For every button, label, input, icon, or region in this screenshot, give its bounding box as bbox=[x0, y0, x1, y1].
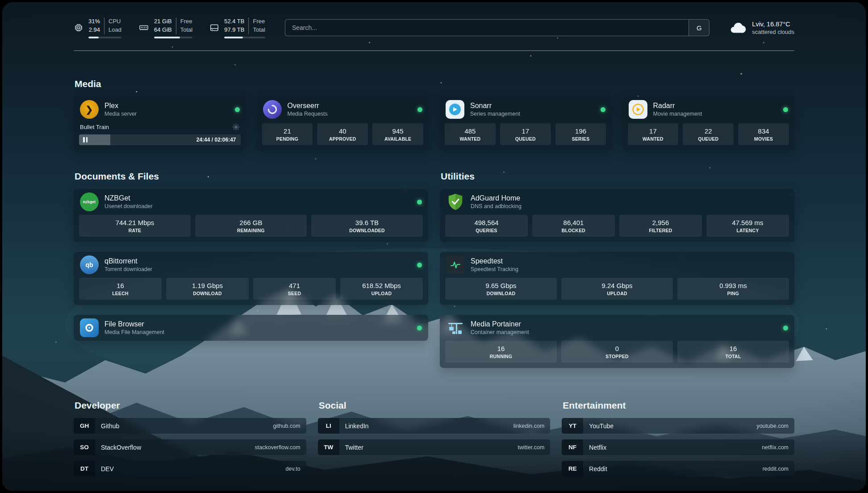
qbittorrent-card[interactable]: qb qBittorrent Torrent downloader 16 bbox=[74, 252, 428, 305]
stat-label: RUNNING bbox=[446, 354, 556, 359]
bookmark-twitter[interactable]: TW Twitter twitter.com bbox=[318, 439, 551, 455]
bookmark-youtube[interactable]: YT YouTube youtube.com bbox=[562, 418, 794, 434]
status-dot bbox=[417, 263, 422, 267]
adguard-card[interactable]: AdGuard Home DNS and adblocking 498,564 … bbox=[440, 189, 794, 242]
search-input[interactable] bbox=[285, 20, 689, 36]
overseerr-icon bbox=[263, 100, 282, 119]
nzbget-icon-text: nzbget bbox=[83, 200, 96, 204]
gear-icon[interactable] bbox=[232, 123, 240, 131]
bookmark-netflix[interactable]: NF Netflix netflix.com bbox=[562, 439, 794, 455]
pause-icon[interactable] bbox=[83, 137, 88, 142]
bookmark-linkedin[interactable]: LI LinkedIn linkedin.com bbox=[318, 418, 551, 434]
utilities-section: Utilities bbox=[440, 171, 794, 368]
stat-queued: 17 QUEUED bbox=[500, 123, 551, 145]
filebrowser-card-header: File Browser Media File Management bbox=[74, 315, 428, 341]
memory-widget: 21 GiB 64 GiB Free Total bbox=[138, 17, 192, 38]
cpu-percent: 31% bbox=[88, 17, 100, 26]
disk-free-value: 52.4 TB bbox=[224, 17, 244, 26]
service-subtitle: Media Requests bbox=[288, 111, 328, 117]
bookmarks-social: Social LI LinkedIn linkedin.com TW Twitt… bbox=[318, 400, 551, 461]
bookmark-url: github.com bbox=[273, 423, 306, 429]
bookmark-name: YouTube bbox=[589, 422, 613, 430]
service-subtitle: Usenet downloader bbox=[104, 203, 153, 209]
memory-stat-text: 21 GiB 64 GiB Free Total bbox=[154, 17, 192, 34]
overseerr-card[interactable]: Overseerr Media Requests 21 PENDING 40 A… bbox=[257, 96, 429, 150]
media-section: Media ❯ Plex Media server bbox=[74, 79, 794, 150]
bookmark-abbr: RE bbox=[562, 461, 583, 476]
plex-card[interactable]: ❯ Plex Media server Bullet Train bbox=[74, 96, 246, 150]
radarr-card[interactable]: Radarr Movie management 17 WANTED 22 QUE… bbox=[622, 96, 795, 150]
service-name: NZBGet bbox=[104, 194, 153, 202]
stat-remaining: 266 GB REMAINING bbox=[195, 215, 307, 237]
portainer-crane-icon bbox=[446, 318, 465, 337]
stat-downloaded: 39.6 TB DOWNLOADED bbox=[311, 215, 423, 237]
playback-progress-bar[interactable]: 24:44 / 02:06:47 bbox=[79, 134, 241, 145]
cpu-values: 31% 2.94 bbox=[88, 17, 104, 34]
status-dot bbox=[417, 326, 422, 330]
documents-section-title: Documents & Files bbox=[75, 171, 428, 182]
weather-location: Lviv, 16.87°C bbox=[752, 21, 794, 28]
entertainment-title: Entertainment bbox=[563, 400, 794, 411]
stat-seed: 471 SEED bbox=[253, 278, 336, 300]
qbittorrent-titles: qBittorrent Torrent downloader bbox=[104, 257, 152, 272]
filebrowser-card[interactable]: File Browser Media File Management bbox=[74, 315, 428, 341]
nzbget-titles: NZBGet Usenet downloader bbox=[104, 194, 153, 209]
service-name: File Browser bbox=[104, 320, 164, 328]
stat-value: 16 bbox=[80, 282, 161, 289]
adguard-stats: 498,564 QUERIES 86,401 BLOCKED 2,956 FIL… bbox=[440, 215, 794, 242]
stat-label: LEECH bbox=[80, 291, 161, 296]
service-name: Radarr bbox=[653, 102, 702, 110]
service-subtitle: Series management bbox=[470, 111, 520, 117]
filebrowser-titles: File Browser Media File Management bbox=[104, 320, 164, 335]
status-dot bbox=[417, 107, 422, 112]
bookmark-reddit[interactable]: RE Reddit reddit.com bbox=[562, 461, 794, 476]
stat-value: 1.19 Gbps bbox=[167, 282, 248, 289]
stat-value: 945 bbox=[373, 127, 422, 135]
bookmarks-section: Developer GH Github github.com SO StackO… bbox=[74, 400, 794, 482]
qbittorrent-icon-text: qb bbox=[85, 261, 93, 268]
disk-widget: 52.4 TB 97.9 TB Free Total bbox=[209, 17, 265, 38]
disk-stat-body: 52.4 TB 97.9 TB Free Total bbox=[224, 17, 265, 38]
memory-progress-fill bbox=[154, 37, 180, 38]
bookmark-github[interactable]: GH Github github.com bbox=[74, 418, 306, 434]
stat-value: 266 GB bbox=[196, 219, 306, 226]
system-stats: 31% 2.94 CPU Load bbox=[74, 17, 265, 38]
service-name: qBittorrent bbox=[104, 257, 152, 265]
search-provider-button[interactable]: G bbox=[689, 20, 709, 36]
speedtest-card[interactable]: Speedtest Speedtest Tracking 9.65 Gbps D… bbox=[440, 252, 794, 305]
stat-download: 9.65 Gbps DOWNLOAD bbox=[445, 278, 557, 300]
bookmark-url: netflix.com bbox=[762, 444, 794, 451]
stat-value: 9.65 Gbps bbox=[446, 282, 556, 289]
stat-value: 17 bbox=[629, 127, 678, 135]
disk-labels: Free Total bbox=[249, 17, 265, 34]
service-subtitle: Media server bbox=[104, 111, 137, 117]
speedtest-card-header: Speedtest Speedtest Tracking bbox=[440, 252, 794, 278]
portainer-card[interactable]: Media Portainer Container management 16 … bbox=[440, 315, 794, 368]
sonarr-stats: 485 WANTED 17 QUEUED 196 SERIES bbox=[439, 123, 612, 150]
bookmark-dev[interactable]: DT DEV dev.to bbox=[74, 461, 306, 476]
stat-value: 86,401 bbox=[533, 219, 614, 226]
stat-value: 0.993 ms bbox=[678, 282, 788, 289]
stat-upload: 9.24 Gbps UPLOAD bbox=[561, 278, 673, 300]
cpu-load-label: Load bbox=[108, 26, 121, 34]
bookmark-url: stackoverflow.com bbox=[255, 444, 306, 451]
cpu-progress-fill bbox=[88, 37, 99, 38]
stat-label: PENDING bbox=[263, 136, 312, 142]
service-subtitle: Torrent downloader bbox=[104, 266, 152, 272]
stat-upload: 618.52 Mbps UPLOAD bbox=[340, 278, 423, 300]
stat-latency: 47.569 ms LATENCY bbox=[706, 215, 789, 237]
nzbget-card-header: nzbget NZBGet Usenet downloader bbox=[74, 189, 428, 215]
nzbget-card[interactable]: nzbget NZBGet Usenet downloader 744.21 M… bbox=[74, 189, 428, 242]
bookmark-stackoverflow[interactable]: SO StackOverflow stackoverflow.com bbox=[74, 439, 306, 455]
bookmark-abbr: LI bbox=[318, 418, 339, 434]
cpu-stat-text: 31% 2.94 CPU Load bbox=[88, 17, 121, 34]
service-name: Overseerr bbox=[288, 102, 328, 110]
playback-time: 24:44 / 02:06:47 bbox=[196, 137, 241, 143]
sonarr-card[interactable]: Sonarr Series management 485 WANTED 17 Q… bbox=[439, 96, 612, 150]
documents-stack: nzbget NZBGet Usenet downloader 744.21 M… bbox=[74, 189, 428, 341]
stat-label: DOWNLOAD bbox=[446, 291, 556, 296]
bookmark-url: reddit.com bbox=[763, 466, 794, 472]
adguard-titles: AdGuard Home DNS and adblocking bbox=[471, 194, 522, 209]
stat-value: 17 bbox=[501, 127, 550, 135]
disk-values: 52.4 TB 97.9 TB bbox=[224, 17, 249, 34]
